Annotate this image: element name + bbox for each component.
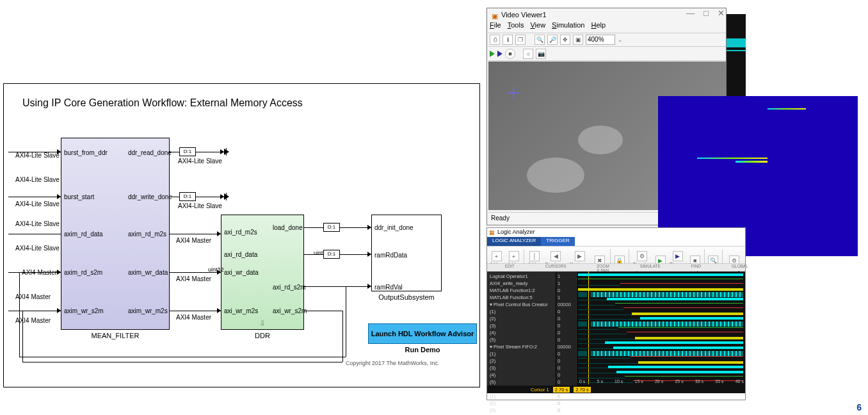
ribbon-group-global: GLOBAL [732,264,748,271]
background-dark-strip [727,14,746,97]
close-icon[interactable]: ✕ [718,8,725,21]
info-icon[interactable]: ℹ [502,35,513,45]
step-forward-icon[interactable]: ▶ [673,251,683,261]
pan-icon[interactable]: ✥ [560,35,570,45]
print-icon[interactable]: ⎙ [490,35,500,45]
port-ddr-init-done: ddr_init_done [374,224,414,231]
step-icon[interactable] [497,51,502,57]
signal-row[interactable]: MATLAB Function1:2 [490,287,553,294]
signal-row[interactable]: AXI4_write_ready [490,280,553,287]
signal-row[interactable]: (1) [490,393,553,400]
port-axim-rd-data: axim_rd_data [64,231,103,238]
signal-value: 0 [558,407,576,414]
port-axim-wr-m2s: axim_wr_m2s [128,307,166,314]
add-divider-icon[interactable]: ＋ [492,251,502,261]
signal-row[interactable]: ▾ Pixel Control Bus Creator [490,301,553,308]
menu-help[interactable]: Help [591,21,606,33]
port-burst-from-ddr: burst_from_ddr [64,149,108,156]
port-axi-rd-s2m: axi_rd_s2m [273,284,301,291]
video-viewer-play-toolbar: ■ ☼ 📷 [488,47,726,61]
launch-hdl-workflow-advisor-button[interactable]: Launch HDL Workflow Advisor [368,323,477,344]
snapshot-icon[interactable]: 📷 [536,49,546,59]
signal-row[interactable]: (3) [490,322,553,329]
ddr-caption: DDR [221,332,304,339]
label-master-r1: AXI4 Master [176,237,211,244]
signal-row[interactable]: (2) [490,315,553,322]
status-ready: Ready [491,215,510,222]
delay-2[interactable]: D:1 [179,192,196,201]
label-slave-1: AXI4-Lite Slave [15,152,60,159]
video-viewer-menu[interactable]: File Tools View Simulation Help [490,21,606,33]
port-axi-rd-data: axi_rd_data [224,251,257,258]
signal-row[interactable]: (5) [490,378,553,386]
chevron-down-icon[interactable]: ⌄ [618,37,623,43]
signal-row[interactable]: (4) [490,329,553,336]
fit-icon[interactable]: ▣ [573,35,583,45]
signal-row[interactable]: MATLAB Function:5 [490,294,553,301]
time-tick: 20 s [655,379,663,386]
label-master-r2: AXI4 Master [176,275,211,282]
menu-file[interactable]: File [490,21,501,33]
copyright-text: Copyright 2017 The MathWorks, Inc. [346,360,439,366]
signal-row[interactable]: (2) [490,357,553,364]
tab-logic-analyzer[interactable]: LOGIC ANALYZER [487,237,541,246]
signal-value: 00000 [558,343,576,350]
delay-4[interactable]: D:1 [323,250,340,259]
port-axim-rd-s2m: axim_rd_s2m [64,269,102,276]
logic-analyzer-ribbon: ＋Add Divider ＋Add Group │Add Cursor ◀Pre… [487,246,745,272]
signal-row[interactable]: (4) [490,371,553,378]
signal-row[interactable]: ▾ Pixel Stream FIFO:2 [490,343,553,350]
new-window-icon[interactable]: ❐ [515,35,526,45]
zoom-in-icon[interactable]: 🔍 [534,35,545,45]
signal-row[interactable]: (3) [490,407,553,414]
signal-name-column[interactable]: Logical Operator1AXI4_write_readyMATLAB … [487,272,556,393]
next-transition-icon[interactable]: ▶ [575,251,585,261]
logic-analyzer-title: Logic Analyzer [487,228,745,237]
port-ramrdval: ramRdVal [374,284,403,291]
down-arrow-icon: ⇩ [259,319,266,328]
signal-value-column: 11010000000000000000000000000000000 [556,272,578,393]
signal-value: 0 [558,336,576,343]
port-burst-start: burst_start [64,193,94,200]
prev-transition-icon[interactable]: ◀ [551,251,561,261]
time-axis: 0 s5 s10 s15 s20 s25 s30 s35 s40 s [578,379,745,386]
label-slave-3: AXI4-Lite Slave [15,200,60,208]
highlight-icon[interactable]: ☼ [523,49,533,59]
time-tick: 30 s [695,379,703,386]
page-number: 6 [856,402,862,412]
label-master-3: AXI4 Master [15,317,51,324]
signal-row[interactable]: (1) [490,350,553,357]
tab-trigger[interactable]: TRIGGER [541,237,574,246]
cursor-label: Cursor 1 [531,387,549,393]
ribbon-group-simulate: SIMULATE [640,264,661,271]
stepping-options-icon[interactable]: ⚙ [637,251,647,261]
zoom-out-icon[interactable]: 🔎 [547,35,558,45]
signal-value: 1 [558,280,576,287]
stop-icon[interactable]: ■ [505,49,515,59]
signal-row[interactable]: (2) [490,400,553,407]
ribbon-group-edit: EDIT [505,264,515,271]
waveform-area[interactable] [578,272,745,393]
add-group-icon[interactable]: ＋ [509,251,519,261]
signal-value: 0 [558,350,576,357]
signal-row[interactable]: (5) [490,336,553,343]
ribbon-group-find: FIND [691,264,701,271]
zoom-level-field[interactable]: 400% [586,35,615,45]
menu-tools[interactable]: Tools [508,21,524,33]
signal-value: 0 [558,308,576,315]
menu-view[interactable]: View [530,21,545,33]
background-dark-strip [727,38,746,47]
maximize-icon[interactable]: □ [703,8,709,21]
cursor-t1: 2.70 s [553,387,570,393]
signal-row[interactable]: (3) [490,364,553,371]
signal-row[interactable]: (1) [490,308,553,315]
minimize-icon[interactable]: — [686,8,695,21]
signal-row[interactable]: Logical Operator1 [490,273,553,280]
menu-simulation[interactable]: Simulation [552,21,584,33]
delay-1[interactable]: D:1 [179,147,196,156]
port-load-done: load_done [273,224,301,231]
add-cursor-icon[interactable]: │ [529,251,540,261]
play-icon[interactable] [490,51,495,57]
signal-value: 0 [558,287,576,294]
delay-3[interactable]: D:1 [323,223,340,232]
